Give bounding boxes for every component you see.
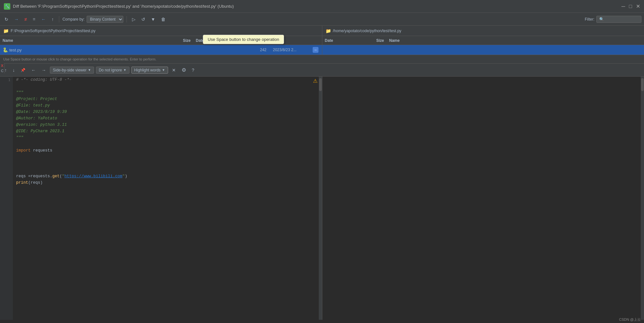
bottom-bar: CSDN @上云: [616, 316, 644, 323]
code-line-7: @Author: YaPotato: [16, 115, 319, 122]
filter-input[interactable]: [596, 16, 641, 23]
right-folder-icon: 📁: [326, 28, 331, 33]
file-row[interactable]: 🐍 test.py 242 2023/8/23 2... →: [0, 45, 644, 55]
code-content: # -*- coding: UTF-8 -*- """ @Project: Pr…: [13, 77, 322, 186]
print-fn: print: [16, 180, 28, 185]
refresh2-button[interactable]: ↺: [139, 15, 147, 23]
file-date: 2023/8/23 2...: [270, 48, 309, 52]
maximize-button[interactable]: □: [629, 4, 632, 9]
file-row-right: [322, 45, 644, 55]
left-scrollbar-thumb[interactable]: [319, 78, 322, 91]
code-comment-1: # -*- coding: UTF-8 -*-: [16, 78, 72, 82]
separator1: [59, 16, 59, 23]
tooltip: Use Space button to change operation: [203, 35, 284, 44]
code-line-6: @Date: 2023/8/19 9:39: [16, 109, 319, 115]
label-c: C: [0, 68, 4, 73]
docstring-open: """: [16, 90, 24, 95]
diff-settings-button[interactable]: ⚙: [180, 66, 188, 74]
paren-open: (: [60, 174, 62, 179]
refresh-button[interactable]: ↻: [3, 15, 10, 23]
diff-button[interactable]: ≠: [23, 15, 29, 23]
code-line-14: [16, 160, 319, 167]
left-side-labels: X C: [0, 63, 5, 73]
left-file-path: 📁 F:\ProgramSoft\project\Python\Project\…: [0, 26, 322, 36]
at-author: @Author: YaPotato: [16, 116, 57, 121]
diff-help-button[interactable]: ?: [190, 66, 196, 74]
right-col-date: Date: [322, 38, 361, 43]
minimize-button[interactable]: ─: [621, 4, 625, 9]
viewer-dropdown[interactable]: Side-by-side viewer ▼: [50, 67, 94, 74]
viewer-dropdown-arrow: ▼: [88, 68, 91, 72]
at-version: @version: python 3.11: [16, 123, 67, 127]
line-num-blank14: [0, 167, 13, 173]
requests-obj: requests.: [31, 174, 52, 179]
url-string: ": [62, 174, 65, 179]
ignore-label: Do not ignore: [99, 68, 122, 72]
code-line-15: [16, 167, 319, 173]
tooltip-text: Use Space button to change operation: [208, 37, 279, 42]
paren-close: ): [125, 174, 128, 179]
url-link[interactable]: https://www.bilibili.com: [64, 174, 122, 179]
forward-nav-button[interactable]: →: [12, 15, 21, 23]
left-scrollbar[interactable]: [319, 77, 322, 320]
filter-label: Filter:: [585, 17, 594, 22]
diff-toolbar: ↑ ↓ 📌 ← → Side-by-side viewer ▼ Do not i…: [0, 64, 644, 77]
file-arrow-button[interactable]: →: [309, 47, 322, 53]
print-paren-close: ): [40, 180, 43, 185]
code-line-12: import requests: [16, 147, 319, 154]
code-area: 1 # -*- coding: UTF-8 -*-: [0, 77, 644, 320]
clear-button[interactable]: 🗑: [159, 15, 167, 23]
highlight-label: Highlight words: [134, 68, 161, 72]
at-project: @Project: Project: [16, 97, 57, 101]
left-code-panel: 1 # -*- coding: UTF-8 -*-: [0, 77, 322, 320]
diff-next-button[interactable]: →: [40, 66, 48, 74]
ignore-dropdown-arrow: ▼: [123, 68, 127, 72]
code-line-10: """: [16, 134, 319, 141]
left-col-size: Size: [167, 38, 193, 43]
back-nav-button[interactable]: ←: [39, 15, 48, 23]
app-icon: 🔧: [4, 3, 10, 10]
line-num-blank5: [0, 109, 13, 115]
filter-button[interactable]: ▼: [149, 15, 157, 23]
line-num-blank13: [0, 160, 13, 167]
file-list-status: Use Space button or mouse click to chang…: [0, 55, 644, 64]
right-scrollbar[interactable]: [641, 77, 644, 320]
diff-close-button[interactable]: ✕: [170, 66, 178, 74]
line-num-blank11: [0, 147, 13, 154]
highlight-dropdown-arrow: ▼: [162, 68, 165, 72]
close-button[interactable]: ✕: [636, 4, 640, 9]
import-space: [31, 148, 33, 153]
code-line-3: """: [16, 89, 319, 96]
file-list-header: Name Size Date Date Size Name: [0, 36, 644, 45]
compare-by-select[interactable]: Binary Content File Size Timestamp: [87, 16, 123, 23]
title-bar: 🔧 Diff Between 'F:\ProgramSoft\project\P…: [0, 0, 644, 13]
import-keyword: import: [16, 148, 31, 153]
line-num-blank7: [0, 122, 13, 128]
diff-pin-button[interactable]: 📌: [19, 67, 27, 74]
equal-button[interactable]: =: [31, 15, 37, 23]
at-file: @File: test.py: [16, 103, 50, 108]
diff-down-button[interactable]: ↓: [11, 66, 17, 74]
file-name: test.py: [9, 48, 22, 52]
code-line-8: @version: python 3.11: [16, 122, 319, 128]
up-button[interactable]: ↑: [50, 15, 56, 23]
line-num-blank3: [0, 96, 13, 102]
line-num-blank8: [0, 128, 13, 134]
code-line-9: @IDE: PyCharm 2023.1: [16, 128, 319, 134]
left-folder-icon: 📁: [3, 28, 9, 33]
at-date: @Date: 2023/8/19 9:39: [16, 110, 67, 114]
right-scrollbar-thumb[interactable]: [641, 78, 644, 91]
highlight-dropdown[interactable]: Highlight words ▼: [131, 67, 168, 74]
file-size: 242: [245, 48, 270, 52]
get-fn: get: [52, 174, 60, 179]
line-num-blank4: [0, 102, 13, 109]
diff-prev-button[interactable]: ←: [29, 66, 38, 74]
code-line-17: print ( reqs ): [16, 180, 319, 186]
filter-area: Filter:: [585, 16, 641, 23]
line-num-blank1: [0, 83, 13, 89]
line-num-blank17: [0, 186, 13, 192]
right-code-panel: [322, 77, 644, 320]
play-button[interactable]: ▷: [130, 15, 137, 23]
main-toolbar: ↻ → ≠ = ← ↑ Compare by: Binary Content F…: [0, 13, 644, 26]
ignore-dropdown[interactable]: Do not ignore ▼: [96, 67, 129, 74]
